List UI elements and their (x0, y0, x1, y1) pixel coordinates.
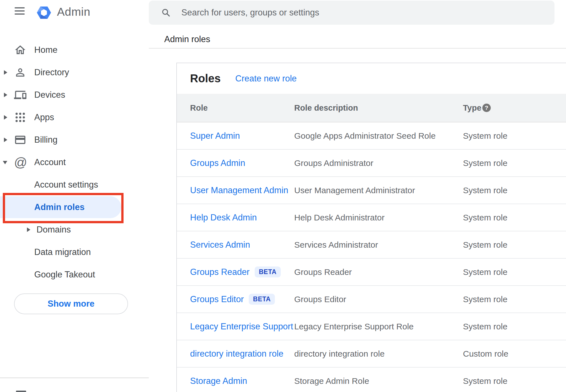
role-link[interactable]: Storage Admin (190, 376, 247, 386)
role-type-cell: System role (463, 231, 507, 258)
role-type-cell: System role (463, 313, 507, 340)
sidebar-item-data-migration[interactable]: Data migration (0, 241, 121, 263)
billing-icon (14, 134, 26, 146)
table-row: Groups AdminGroups AdministratorSystem r… (177, 150, 566, 177)
role-type-cell: System role (463, 286, 507, 313)
expand-arrow-icon[interactable] (4, 115, 7, 120)
role-link[interactable]: User Management Admin (190, 185, 288, 195)
sidebar-item-label: Data migration (34, 247, 91, 257)
role-link[interactable]: Groups Reader (190, 267, 250, 277)
role-description-cell: Services Administrator (294, 231, 378, 258)
sidebar-item-google-takeout[interactable]: Google Takeout (0, 264, 121, 286)
sidebar-item-label: Domains (36, 225, 71, 235)
expand-arrow-icon[interactable] (27, 227, 30, 232)
sidebar-item-domains[interactable]: Domains (0, 219, 121, 241)
role-cell: Storage Admin (190, 368, 247, 392)
role-cell: User Management Admin (190, 177, 288, 204)
person-icon (14, 66, 26, 79)
beta-badge: BETA (255, 266, 281, 277)
create-new-role-link[interactable]: Create new role (235, 63, 297, 94)
table-row: Groups ReaderBETAGroups ReaderSystem rol… (177, 259, 566, 286)
menu-hamburger-icon[interactable] (15, 7, 25, 16)
role-type-cell: System role (463, 368, 507, 392)
roles-panel: Roles Create new role Role Role descript… (176, 63, 566, 392)
admin-logo-icon (36, 5, 52, 20)
sidebar-item-label: Google Takeout (34, 270, 95, 280)
role-type-cell: System role (463, 122, 507, 149)
role-link[interactable]: Groups Editor (190, 294, 244, 304)
table-row: User Management AdminUser Management Adm… (177, 177, 566, 204)
sidebar-item-account[interactable]: @Account (0, 151, 121, 173)
show-more-button[interactable]: Show more (14, 293, 128, 314)
expand-arrow-icon[interactable] (4, 70, 7, 75)
role-cell: Groups Admin (190, 150, 245, 176)
role-cell: Groups ReaderBETA (190, 259, 281, 285)
apps-icon (14, 111, 26, 124)
role-type-cell: System role (463, 177, 507, 204)
role-cell: Super Admin (190, 122, 240, 149)
table-row: Legacy Enterprise SupportLegacy Enterpri… (177, 313, 566, 340)
sidebar-item-label: Billing (34, 135, 58, 145)
sidebar-item-home[interactable]: Home (0, 39, 121, 61)
product-title: Admin (57, 5, 90, 19)
role-description-cell: Legacy Enterprise Support Role (294, 313, 414, 340)
column-header-role: Role (190, 94, 208, 122)
role-link[interactable]: Super Admin (190, 131, 240, 141)
role-description-cell: User Management Administrator (294, 177, 415, 204)
search-input[interactable]: Search for users, groups or settings (149, 1, 554, 25)
table-row: Super AdminGoogle Apps Administrator See… (177, 122, 566, 150)
sidebar-item-admin-roles[interactable]: Admin roles (0, 196, 121, 218)
table-row: Services AdminServices AdministratorSyst… (177, 231, 566, 259)
role-type-cell: System role (463, 150, 507, 176)
sidebar-item-apps[interactable]: Apps (0, 106, 121, 128)
role-link[interactable]: Legacy Enterprise Support (190, 322, 293, 332)
role-cell: Groups EditorBETA (190, 286, 275, 313)
role-description-cell: directory integration role (294, 340, 385, 367)
role-link[interactable]: directory integration role (190, 349, 284, 359)
column-header-description: Role description (294, 94, 358, 122)
expand-arrow-icon[interactable] (4, 93, 7, 97)
beta-badge: BETA (249, 294, 275, 305)
table-row: Storage AdminStorage Admin RoleSystem ro… (177, 368, 566, 392)
sidebar-item-directory[interactable]: Directory (0, 61, 121, 83)
role-cell: Legacy Enterprise Support (190, 313, 293, 340)
role-description-cell: Groups Reader (294, 259, 352, 285)
roles-table: Super AdminGoogle Apps Administrator See… (177, 122, 566, 392)
content-divider (149, 48, 566, 49)
role-cell: Services Admin (190, 231, 250, 258)
sidebar-item-label: Directory (34, 67, 69, 78)
help-icon[interactable]: ? (482, 104, 491, 112)
collapse-arrow-icon[interactable] (3, 161, 7, 164)
role-cell: directory integration role (190, 340, 284, 367)
role-type-cell: System role (463, 259, 507, 285)
sidebar-item-devices[interactable]: Devices (0, 84, 121, 106)
breadcrumb: Admin roles (164, 34, 210, 44)
search-icon (161, 8, 171, 17)
sidebar-footer-divider (0, 377, 149, 378)
role-link[interactable]: Services Admin (190, 240, 250, 250)
sidebar-item-label: Apps (34, 112, 54, 122)
home-icon (14, 44, 26, 56)
role-cell: Help Desk Admin (190, 204, 257, 231)
role-type-cell: System role (463, 204, 507, 231)
role-type-cell: Custom role (463, 340, 508, 367)
role-description-cell: Groups Editor (294, 286, 346, 313)
devices-icon (14, 89, 26, 101)
table-row: Help Desk AdminHelp Desk AdministratorSy… (177, 204, 566, 231)
role-description-cell: Storage Admin Role (294, 368, 369, 392)
expand-arrow-icon[interactable] (4, 138, 7, 142)
search-placeholder: Search for users, groups or settings (181, 1, 319, 25)
table-row: directory integration roledirectory inte… (177, 340, 566, 368)
table-header: Role Role description Type ? (177, 94, 566, 122)
sidebar-item-label: Account (34, 157, 66, 167)
table-row: Groups EditorBETAGroups EditorSystem rol… (177, 286, 566, 313)
role-link[interactable]: Help Desk Admin (190, 213, 257, 223)
sidebar-item-label: Admin roles (34, 202, 85, 212)
role-link[interactable]: Groups Admin (190, 158, 245, 168)
role-description-cell: Google Apps Administrator Seed Role (294, 122, 436, 149)
partial-device-icon (16, 391, 26, 392)
panel-title: Roles (190, 63, 221, 94)
sidebar-item-account-settings[interactable]: Account settings (0, 174, 121, 196)
sidebar-item-label: Home (34, 45, 58, 55)
sidebar-item-billing[interactable]: Billing (0, 129, 121, 151)
